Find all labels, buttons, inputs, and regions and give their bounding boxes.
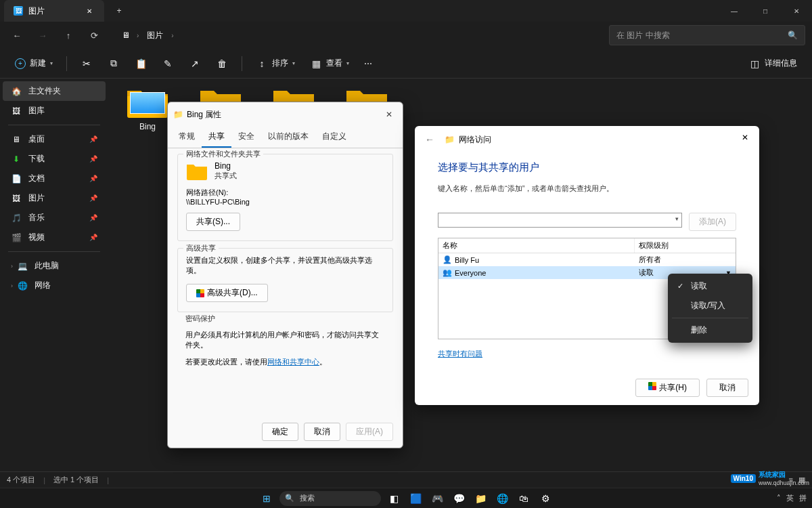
folder-icon: 📁: [173, 110, 183, 119]
task-view-button[interactable]: ◧: [385, 490, 403, 507]
taskbar-app[interactable]: 🎮: [428, 490, 446, 507]
user-select-input[interactable]: ▾: [438, 213, 682, 228]
taskbar-edge[interactable]: 🌐: [493, 490, 511, 507]
sort-button[interactable]: ↕ 排序 ▾: [250, 54, 300, 73]
sidebar-network[interactable]: ›🌐网络: [3, 276, 106, 295]
sidebar-pictures[interactable]: 🖼图片📌: [3, 188, 106, 208]
back-button[interactable]: ←: [7, 25, 27, 45]
share-button[interactable]: ↗: [183, 54, 206, 73]
cancel-button[interactable]: 取消: [304, 423, 340, 441]
copy-icon: ⧉: [108, 58, 120, 70]
new-button[interactable]: + 新建 ▾: [9, 54, 58, 72]
sharing-help-link[interactable]: 共享时有问题: [438, 350, 482, 358]
taskbar-store[interactable]: 🛍: [515, 490, 533, 507]
tray-chevron-icon[interactable]: ˄: [777, 494, 781, 503]
table-row[interactable]: 👤Billy Fu 所有者: [438, 253, 736, 266]
menu-item-remove[interactable]: 删除: [671, 320, 750, 340]
view-button[interactable]: ▦ 查看 ▾: [304, 54, 355, 73]
advanced-share-button[interactable]: 高级共享(D)...: [186, 284, 268, 302]
chevron-right-icon[interactable]: ›: [11, 282, 13, 289]
taskbar-explorer[interactable]: 📁: [472, 490, 489, 507]
sidebar-desktop[interactable]: 🖥桌面📌: [3, 129, 106, 149]
pin-icon[interactable]: 📌: [89, 135, 97, 143]
pin-icon[interactable]: 📌: [89, 155, 97, 163]
videos-icon: 🎬: [11, 232, 22, 243]
pin-icon[interactable]: 📌: [89, 194, 97, 202]
chevron-right-icon[interactable]: ›: [171, 32, 173, 39]
close-dialog-button[interactable]: ✕: [736, 130, 754, 145]
window-tab[interactable]: 🖼 图片 ✕: [4, 0, 104, 22]
close-window-button[interactable]: ✕: [781, 0, 812, 22]
back-button[interactable]: ←: [422, 131, 438, 148]
start-button[interactable]: ⊞: [258, 490, 275, 507]
sidebar-documents[interactable]: 📄文档📌: [3, 169, 106, 188]
monitor-icon[interactable]: 🖥: [120, 30, 131, 41]
paste-button[interactable]: 📋: [129, 54, 152, 73]
more-icon: ⋯: [364, 59, 372, 68]
sidebar-gallery[interactable]: 🖼 图库: [3, 101, 106, 121]
sidebar-thispc[interactable]: ›💻此电脑: [3, 256, 106, 276]
ime-mode[interactable]: 拼: [799, 493, 807, 503]
network-center-link[interactable]: 网络和共享中心: [267, 358, 319, 366]
divider: [66, 56, 67, 71]
cut-button[interactable]: ✂: [75, 54, 98, 73]
share-button[interactable]: 共享(S)...: [186, 213, 240, 231]
copy-button[interactable]: ⧉: [102, 54, 125, 73]
maximize-button[interactable]: □: [750, 0, 781, 22]
sidebar-downloads[interactable]: ⬇下载📌: [3, 149, 106, 169]
up-button[interactable]: ↑: [58, 25, 78, 45]
taskbar: ⊞ 🔍 搜索 ◧ 🟦 🎮 💬 📁 🌐 🛍 ⚙ ˄ 英 拼: [0, 488, 812, 508]
chevron-right-icon[interactable]: ›: [11, 263, 13, 270]
column-name[interactable]: 名称: [438, 238, 635, 253]
sidebar-home[interactable]: 🏠 主文件夹: [3, 81, 106, 101]
rename-button[interactable]: ✎: [156, 54, 179, 73]
pin-icon[interactable]: 📌: [89, 234, 97, 241]
close-dialog-button[interactable]: ✕: [381, 106, 397, 123]
taskbar-settings[interactable]: ⚙: [537, 490, 554, 507]
forward-button[interactable]: →: [32, 25, 53, 45]
ime-language[interactable]: 英: [786, 493, 794, 503]
ok-button[interactable]: 确定: [262, 423, 298, 441]
sort-icon: ↕: [256, 58, 268, 70]
sidebar-music[interactable]: 🎵音乐📌: [3, 208, 106, 228]
dialog-subtitle: 键入名称，然后单击“添加”，或者单击箭头查找用户。: [438, 184, 736, 194]
tab-previous-versions[interactable]: 以前的版本: [261, 127, 315, 148]
status-bar: 4 个项目 | 选中 1 个项目 | ≡ ▦: [0, 471, 812, 488]
tab-general[interactable]: 常规: [172, 127, 202, 148]
desktop-icon: 🖥: [11, 134, 22, 145]
title-bar: 🖼 图片 ✕ + — □ ✕: [0, 0, 812, 22]
taskbar-search[interactable]: 🔍 搜索: [279, 491, 381, 506]
more-button[interactable]: ⋯: [359, 56, 378, 72]
menu-separator: [672, 318, 748, 318]
pin-icon[interactable]: 📌: [89, 214, 97, 221]
new-tab-button[interactable]: +: [108, 0, 130, 22]
delete-button[interactable]: 🗑: [210, 54, 233, 73]
taskbar-app[interactable]: 💬: [450, 490, 468, 507]
pin-icon[interactable]: 📌: [89, 175, 97, 182]
refresh-button[interactable]: ⟳: [84, 25, 104, 45]
menu-item-read[interactable]: ✓读取: [671, 276, 750, 296]
widget-button[interactable]: 🟦: [407, 490, 424, 507]
minimize-button[interactable]: —: [719, 0, 750, 22]
menu-item-readwrite[interactable]: 读取/写入: [671, 296, 750, 316]
column-permission[interactable]: 权限级别: [635, 238, 736, 253]
details-icon: ◫: [748, 58, 761, 70]
cancel-button[interactable]: 取消: [706, 379, 748, 397]
status-selected-count: 选中 1 个项目: [53, 475, 99, 485]
share-button[interactable]: 共享(H): [635, 379, 700, 397]
dialog-titlebar[interactable]: 📁 Bing 属性 ✕: [168, 102, 403, 127]
tab-customize[interactable]: 自定义: [315, 127, 353, 148]
user-icon: 👤: [443, 255, 452, 265]
sidebar-videos[interactable]: 🎬视频📌: [3, 228, 106, 247]
network-sharing-group: 网络文件和文件夹共享 Bing 共享式 网络路径(N): \\BILLYFU-P…: [177, 154, 393, 241]
apply-button[interactable]: 应用(A): [346, 423, 393, 441]
tab-security[interactable]: 安全: [231, 127, 261, 148]
status-item-count: 4 个项目: [7, 475, 35, 485]
tab-share[interactable]: 共享: [202, 127, 231, 148]
details-pane-button[interactable]: ◫ 详细信息: [743, 54, 803, 73]
chevron-right-icon: ›: [137, 32, 139, 39]
breadcrumb-item[interactable]: 图片: [144, 30, 166, 41]
close-tab-icon[interactable]: ✕: [84, 5, 95, 16]
add-button[interactable]: 添加(A): [689, 213, 736, 231]
search-input[interactable]: 在 图片 中搜索 🔍: [609, 25, 805, 45]
